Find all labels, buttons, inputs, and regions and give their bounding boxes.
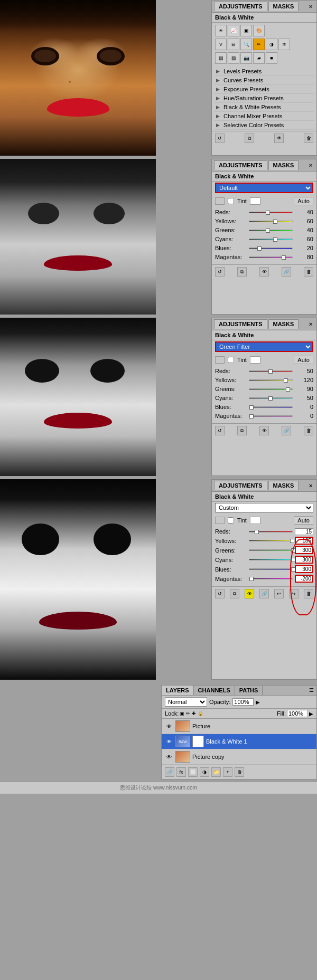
lock-transparent-icon[interactable]: ▣	[180, 711, 184, 716]
opacity-expand[interactable]: ▶	[256, 699, 260, 705]
redo-icon-4[interactable]: ↪	[289, 589, 299, 598]
layer-eye-picturecopy[interactable]: 👁	[165, 753, 173, 761]
reset-icon-3[interactable]: ↺	[215, 426, 225, 435]
lock-all-icon[interactable]: 🔒	[198, 711, 203, 716]
reset-icon-4[interactable]: ↺	[215, 589, 225, 598]
bw-icon[interactable]: ⊟	[228, 39, 239, 50]
greens-slider-3[interactable]	[249, 385, 293, 393]
blues-slider-3[interactable]	[249, 403, 293, 411]
auto-button-3[interactable]: Auto	[294, 356, 313, 364]
magentas-thumb-2[interactable]	[282, 255, 286, 260]
preset-huesat[interactable]: ▶ Hue/Saturation Presets	[214, 94, 314, 103]
tab-adjustments-3[interactable]: ADJUSTMENTS	[214, 319, 267, 329]
tab-masks-3[interactable]: MASKS	[268, 319, 299, 329]
tab-adjustments-4[interactable]: ADJUSTMENTS	[214, 481, 267, 490]
layer-row-picture[interactable]: 👁 Picture	[162, 719, 316, 734]
link-icon-2[interactable]: 🔗	[282, 267, 291, 277]
blues-thumb-3[interactable]	[249, 405, 254, 410]
auto-button-2[interactable]: Auto	[294, 197, 313, 205]
group-icon[interactable]: 📁	[211, 767, 221, 777]
tab-masks-2[interactable]: MASKS	[268, 160, 299, 170]
tint-checkbox-2[interactable]	[228, 198, 234, 204]
tab-masks-1[interactable]: MASKS	[268, 2, 299, 11]
reds-slider-2[interactable]	[249, 208, 293, 216]
threshold-icon[interactable]: ▤	[215, 52, 227, 64]
magentas-slider-3[interactable]	[249, 412, 293, 420]
link-icon-4[interactable]: 🔗	[259, 589, 269, 598]
lock-paint-icon[interactable]: ✏	[186, 711, 190, 716]
yellows-thumb-2[interactable]	[273, 220, 277, 224]
panel-close-1[interactable]: ✕	[307, 3, 314, 10]
reds-thumb-2[interactable]	[266, 211, 270, 215]
panel-close-3[interactable]: ✕	[307, 321, 314, 328]
eye-icon-4[interactable]: 👁	[245, 589, 254, 598]
cyans-slider-4[interactable]	[249, 556, 293, 564]
cyans-thumb-4[interactable]	[291, 558, 295, 562]
yellows-slider-2[interactable]	[249, 217, 293, 225]
new-layer-icon[interactable]: +	[223, 767, 232, 777]
hue-icon[interactable]: 🎨	[253, 25, 265, 36]
yellows-value-4[interactable]	[295, 537, 313, 545]
preset-dropdown-3[interactable]: Green Filter	[215, 341, 313, 352]
eye-icon-3[interactable]: 👁	[259, 426, 269, 435]
fill-expand[interactable]: ▶	[309, 711, 313, 717]
blues-thumb-2[interactable]	[257, 246, 262, 251]
tab-paths[interactable]: PATHS	[235, 686, 263, 695]
tab-channels[interactable]: CHANNELS	[194, 686, 235, 695]
greens-slider-4[interactable]	[249, 547, 293, 554]
tint-checkbox-3[interactable]	[228, 357, 234, 363]
tint-color-box-3[interactable]	[250, 356, 260, 364]
magentas-value-4[interactable]	[295, 575, 313, 583]
blues-value-4[interactable]	[295, 565, 313, 573]
reds-slider-3[interactable]	[249, 367, 293, 375]
clip-icon-4[interactable]: ⧉	[230, 589, 239, 598]
clip-icon-3[interactable]: ⧉	[237, 426, 247, 435]
preset-levels[interactable]: ▶ Levels Presets	[214, 67, 314, 76]
tint-color-box-2[interactable]	[250, 197, 260, 205]
reds-thumb-3[interactable]	[268, 369, 273, 374]
yellows-thumb-3[interactable]	[284, 378, 288, 383]
tint-color-box-4[interactable]	[250, 517, 260, 524]
yellows-thumb-4[interactable]	[290, 539, 294, 543]
vibrance-icon[interactable]: V	[215, 39, 227, 50]
yellows-slider-3[interactable]	[249, 376, 293, 384]
blues-slider-4[interactable]	[249, 566, 293, 573]
cyans-thumb-3[interactable]	[268, 396, 273, 401]
layer-eye-picture[interactable]: 👁	[165, 722, 173, 730]
greens-slider-2[interactable]	[249, 226, 293, 234]
magentas-slider-2[interactable]	[249, 253, 293, 261]
adj-icon[interactable]: ◑	[200, 767, 209, 777]
reset-icon[interactable]: ↺	[215, 134, 225, 143]
fx-icon[interactable]: fx	[176, 767, 186, 777]
eye-icon-2[interactable]: 👁	[259, 267, 269, 277]
tab-adjustments-2[interactable]: ADJUSTMENTS	[214, 160, 267, 170]
auto-button-4[interactable]: Auto	[294, 516, 313, 525]
tab-adjustments-1[interactable]: ADJUSTMENTS	[214, 2, 267, 11]
undo-icon-4[interactable]: ↩	[274, 589, 284, 598]
exposure-icon[interactable]: ▣	[240, 25, 252, 36]
solid-icon[interactable]: ■	[266, 52, 277, 64]
reds-thumb-4[interactable]	[255, 530, 259, 534]
tint-checkbox-4[interactable]	[228, 517, 234, 524]
reset-icon-2[interactable]: ↺	[215, 267, 225, 277]
trash-icon-2[interactable]: 🗑	[304, 267, 313, 277]
greens-thumb-4[interactable]	[291, 548, 295, 553]
cyans-slider-3[interactable]	[249, 394, 293, 402]
magentas-slider-4[interactable]	[249, 575, 293, 583]
preset-curves[interactable]: ▶ Curves Presets	[214, 76, 314, 85]
blend-mode-dropdown[interactable]: Normal	[165, 697, 207, 707]
reds-slider-4[interactable]	[249, 528, 293, 535]
preset-channelmixer[interactable]: ▶ Channel Mixer Presets	[214, 112, 314, 121]
layers-menu-icon[interactable]: ☰	[306, 686, 316, 695]
active-tool-icon[interactable]: ✏	[253, 39, 265, 50]
colorlookup-icon[interactable]: 🔍	[240, 39, 252, 50]
preset-dropdown-4[interactable]: Custom	[215, 503, 313, 512]
posterize-icon[interactable]: ≋	[278, 39, 290, 50]
curves-icon[interactable]: 📈	[228, 25, 239, 36]
delete-layer-icon[interactable]: 🗑	[235, 767, 244, 777]
trash-icon-3[interactable]: 🗑	[304, 426, 313, 435]
preset-dropdown-2[interactable]: Default	[215, 183, 313, 193]
greens-value-4[interactable]	[295, 546, 313, 554]
cyans-thumb-2[interactable]	[273, 237, 277, 242]
tab-masks-4[interactable]: MASKS	[268, 481, 299, 490]
